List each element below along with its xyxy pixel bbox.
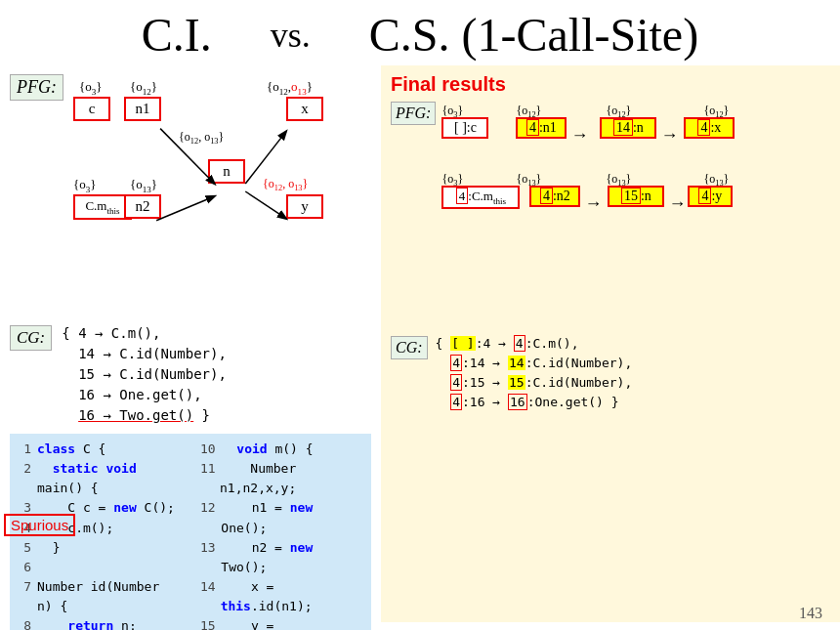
header: C.I. vs. C.S. (1-Call-Site) bbox=[0, 0, 840, 65]
rnode-15-n: 15:n bbox=[608, 186, 664, 207]
code-line-5: 5 } bbox=[18, 538, 181, 558]
code-col-right: 10 void m() { 11 Number n1,n2,x,y; 12 n1… bbox=[200, 440, 363, 630]
pfg-diagram-right: {o3} {o12} {o12} {o12} [ ]:c 4:n1 → 14:n… bbox=[441, 104, 822, 318]
rnode-4-cmthis: 4:C.mthis bbox=[441, 186, 520, 209]
main-content: PFG: {o3} {o12} {o12,o13} c n1 x {o12, o… bbox=[0, 65, 840, 622]
set-o13-n2: {o13} bbox=[130, 177, 157, 194]
code-line-8: 8 return n; bbox=[18, 616, 181, 630]
rnode-4-n1: 4:n1 bbox=[516, 117, 567, 139]
node-x: x bbox=[286, 97, 323, 121]
arrow-n-x-top: → bbox=[660, 125, 678, 146]
rcg-line-1: { [ ]:4 → 4:C.m(), bbox=[436, 334, 633, 354]
cg-content-right: { [ ]:4 → 4:C.m(), 4:14 → 14:C.id(Number… bbox=[436, 334, 633, 413]
cg-content-left: { 4 → C.m(), 14 → C.id(Number), 15 → C.i… bbox=[62, 323, 227, 426]
node-n1: n1 bbox=[124, 97, 161, 121]
rnode-4-n2: 4:n2 bbox=[529, 186, 580, 207]
set-o12o13-y: {o12, o13} bbox=[263, 177, 308, 192]
code-line-10: 10 void m() { bbox=[200, 440, 363, 459]
set-o12-n1: {o12} bbox=[130, 79, 157, 97]
cg-line-5: 16 → Two.get() } bbox=[62, 405, 227, 426]
set-o3-cmthis: {o3} bbox=[73, 177, 97, 194]
rnode-14-n: 14:n bbox=[600, 117, 656, 139]
rnode-4-x: 4:x bbox=[684, 117, 735, 139]
cg-section-right: CG: { [ ]:4 → 4:C.m(), 4:14 → 14:C.id(Nu… bbox=[391, 334, 830, 413]
code-line-2: 2 static void main() { bbox=[18, 459, 181, 498]
node-n2: n2 bbox=[124, 194, 161, 219]
svg-line-3 bbox=[245, 191, 286, 219]
cg-line-1: { 4 → C.m(), bbox=[62, 323, 227, 344]
pfg-label-left: PFG: bbox=[10, 74, 63, 101]
ci-label: C.I. bbox=[142, 8, 212, 62]
svg-line-1 bbox=[156, 196, 214, 221]
pfg-diagram-left: {o3} {o12} {o12,o13} c n1 x {o12, o13} n… bbox=[71, 79, 371, 304]
rcg-line-2: 4:14 → 14:C.id(Number), bbox=[436, 354, 633, 373]
page-number: 143 bbox=[799, 605, 822, 622]
node-cmthis: C.mthis bbox=[73, 194, 132, 220]
right-panel: Final results PFG: {o3} {o12} {o12} {o12… bbox=[381, 65, 840, 622]
code-line-15: 15 y = this.id(n2); bbox=[200, 616, 363, 630]
arrow-n1-n-top: → bbox=[570, 125, 588, 146]
vs-label: vs. bbox=[271, 15, 311, 56]
cs-label: C.S. (1-Call-Site) bbox=[369, 8, 698, 62]
cg-label-right: CG: bbox=[391, 336, 428, 359]
final-results-label: Final results bbox=[391, 73, 830, 96]
code-line-1: 1class C { bbox=[18, 440, 181, 459]
cg-line-4: 16 → One.get(), bbox=[62, 385, 227, 405]
code-line-12: 12 n1 = new One(); bbox=[200, 498, 363, 537]
code-line-14: 14 x = this.id(n1); bbox=[200, 577, 363, 616]
code-line-13: 13 n2 = new Two(); bbox=[200, 538, 363, 577]
code-line-11: 11 Number n1,n2,x,y; bbox=[200, 459, 363, 498]
diagram-arrows bbox=[71, 79, 371, 304]
cg-section-left: CG: { 4 → C.m(), 14 → C.id(Number), 15 →… bbox=[10, 323, 371, 426]
arrow-n-y-bot: → bbox=[668, 193, 686, 214]
cg-line-2: 14 → C.id(Number), bbox=[62, 344, 227, 364]
node-n: n bbox=[208, 159, 245, 184]
pfg-label-right: PFG: bbox=[391, 102, 436, 125]
rnode-4-y: 4:y bbox=[688, 186, 733, 207]
code-line-7: 7Number id(Number n) { bbox=[18, 577, 181, 616]
arrow-n2-n-bot: → bbox=[584, 193, 602, 214]
set-o3-c: {o3} bbox=[79, 79, 103, 97]
left-panel: PFG: {o3} {o12} {o12,o13} c n1 x {o12, o… bbox=[0, 65, 381, 622]
rcg-line-3: 4:15 → 15:C.id(Number), bbox=[436, 373, 633, 393]
set-o12o13-x: {o12,o13} bbox=[267, 79, 313, 97]
code-line-6: 6 bbox=[18, 558, 181, 577]
cg-label-left: CG: bbox=[10, 325, 52, 351]
cg-line-3: 15 → C.id(Number), bbox=[62, 364, 227, 385]
edge-label-o12o13: {o12, o13} bbox=[179, 130, 224, 146]
spurious-label: Spurious bbox=[4, 514, 75, 536]
rcg-line-4: 4:16 → 16:One.get() } bbox=[436, 393, 633, 412]
node-y: y bbox=[286, 194, 323, 219]
node-c: c bbox=[73, 97, 110, 121]
rnode-brackets-c: [ ]:c bbox=[441, 117, 488, 139]
